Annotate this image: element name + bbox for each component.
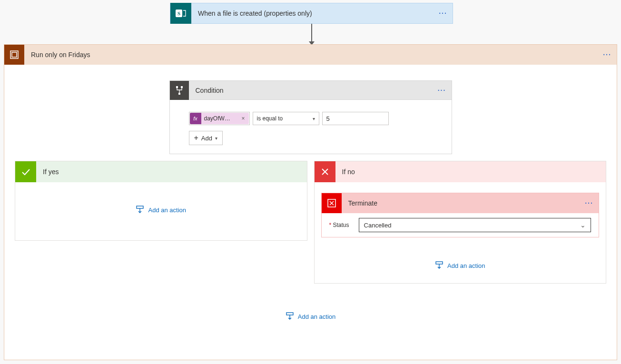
condition-icon xyxy=(170,81,189,100)
condition-card: Condition ··· fx dayOfW… × is equal to ▾ xyxy=(169,80,452,154)
add-action-icon xyxy=(435,261,444,270)
add-action-icon xyxy=(136,206,144,214)
condition-body: fx dayOfW… × is equal to ▾ 5 xyxy=(170,100,452,154)
chevron-down-icon: ▾ xyxy=(215,136,217,141)
scope-container: Run only on Fridays ··· Condition ··· xyxy=(4,44,617,360)
add-action-label: Add an action xyxy=(447,262,485,269)
svg-rect-3 xyxy=(12,52,17,57)
condition-branches: If yes Add an action xyxy=(4,154,617,284)
close-icon xyxy=(315,161,335,182)
expression-remove[interactable]: × xyxy=(240,115,246,122)
svg-rect-9 xyxy=(436,262,443,264)
fx-icon: fx xyxy=(190,113,201,124)
scope-menu[interactable]: ··· xyxy=(598,51,617,59)
svg-rect-6 xyxy=(178,93,180,95)
branch-no-header[interactable]: If no xyxy=(315,161,606,182)
svg-rect-4 xyxy=(176,86,178,88)
expression-text: dayOfW… xyxy=(204,115,230,122)
required-asterisk: * xyxy=(329,222,332,228)
trigger-title: When a file is created (properties only) xyxy=(198,10,434,17)
branch-yes: If yes Add an action xyxy=(15,161,307,241)
svg-text:S: S xyxy=(177,10,180,16)
branch-no: If no Terminate · xyxy=(314,161,607,284)
plus-icon: + xyxy=(194,134,198,142)
trigger-card[interactable]: S When a file is created (properties onl… xyxy=(170,3,453,24)
terminate-icon xyxy=(322,193,342,213)
terminate-menu[interactable]: ··· xyxy=(580,199,599,207)
branch-yes-header[interactable]: If yes xyxy=(15,161,307,182)
condition-value: 5 xyxy=(326,115,330,122)
add-action-icon xyxy=(286,312,294,321)
scope-title: Run only on Fridays xyxy=(31,51,598,59)
terminate-body: * Status Cancelled ⌄ xyxy=(322,213,599,237)
sharepoint-icon: S xyxy=(170,3,191,24)
add-action-label: Add an action xyxy=(148,207,186,214)
operator-select[interactable]: is equal to ▾ xyxy=(253,112,319,125)
status-value: Cancelled xyxy=(364,222,392,229)
svg-rect-5 xyxy=(181,86,183,88)
condition-title: Condition xyxy=(196,87,433,94)
condition-add-button[interactable]: + Add ▾ xyxy=(189,131,223,145)
add-label: Add xyxy=(201,135,212,142)
expression-token[interactable]: fx dayOfW… × xyxy=(189,112,250,125)
add-action-label: Add an action xyxy=(298,313,336,320)
scope-icon xyxy=(4,45,24,65)
chevron-down-icon: ▾ xyxy=(313,116,315,121)
trigger-menu[interactable]: ··· xyxy=(434,10,453,17)
terminate-header[interactable]: Terminate ··· xyxy=(322,193,599,213)
add-action-no[interactable]: Add an action xyxy=(321,261,600,270)
add-action-scope[interactable]: Add an action xyxy=(4,312,617,330)
add-action-yes[interactable]: Add an action xyxy=(136,206,186,214)
svg-rect-7 xyxy=(137,206,143,208)
condition-row: fx dayOfW… × is equal to ▾ 5 xyxy=(189,112,433,125)
status-label-text: Status xyxy=(333,222,349,228)
condition-header[interactable]: Condition ··· xyxy=(170,81,452,100)
status-label: * Status xyxy=(329,222,349,228)
terminate-card: Terminate ··· * Status Cancelled ⌄ xyxy=(321,193,600,237)
branch-no-label: If no xyxy=(342,168,355,176)
chevron-down-icon: ⌄ xyxy=(580,221,586,229)
terminate-status-select[interactable]: Cancelled ⌄ xyxy=(359,218,591,232)
scope-header[interactable]: Run only on Fridays ··· xyxy=(4,45,617,65)
branch-yes-label: If yes xyxy=(43,168,59,176)
scope-body: Condition ··· fx dayOfW… × is equal to ▾ xyxy=(4,65,617,360)
connector-arrow xyxy=(309,24,315,45)
check-icon xyxy=(15,161,36,182)
terminate-title: Terminate xyxy=(348,199,580,207)
svg-rect-10 xyxy=(286,313,293,315)
condition-menu[interactable]: ··· xyxy=(433,87,452,94)
operator-value: is equal to xyxy=(257,115,283,122)
condition-value-input[interactable]: 5 xyxy=(322,112,389,125)
